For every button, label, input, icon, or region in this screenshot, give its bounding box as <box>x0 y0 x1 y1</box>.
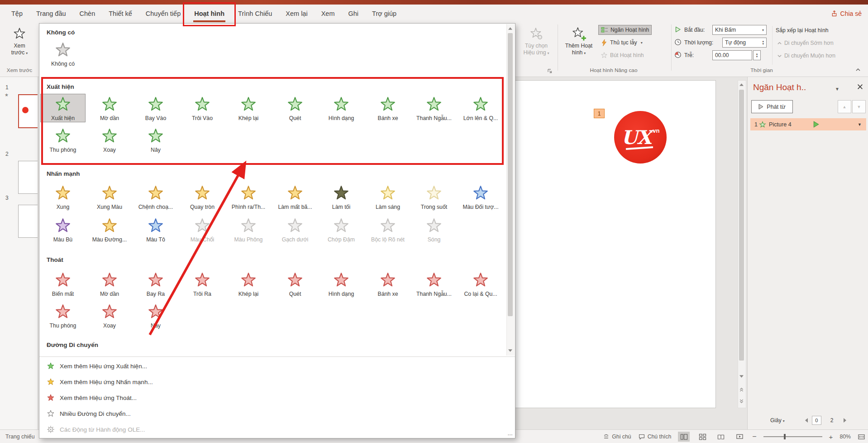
more-effects-link-1[interactable]: Xem thêm Hiệu ứng Nhấn mạnh... <box>47 375 153 389</box>
menu-tab-2[interactable]: Chèn <box>73 5 102 22</box>
effect-item-1-0-5[interactable]: Quét <box>273 94 317 122</box>
effect-item-1-0-2[interactable]: Bay Vào <box>134 94 178 122</box>
play-from-button[interactable]: Phát từ <box>751 100 793 113</box>
menu-tab-0[interactable]: Tệp <box>5 5 29 22</box>
animation-pane-button[interactable]: Ngăn Hoạt hình <box>598 25 652 35</box>
effect-item-2-0-5[interactable]: Làm mất bã... <box>273 183 317 211</box>
pane-close-icon[interactable] <box>857 84 863 90</box>
effect-item-2-1-0[interactable]: Màu Bù <box>41 216 85 243</box>
seconds-dropdown[interactable]: Giây▾ <box>770 417 785 424</box>
effect-item-2-0-8[interactable]: Trong suốt <box>412 183 456 211</box>
slide-vertical-scrollbar[interactable] <box>738 80 746 408</box>
effect-item-3-0-3[interactable]: Trôi Ra <box>180 270 224 298</box>
effect-item-1-1-1[interactable]: Xoay <box>87 126 132 154</box>
zoom-slider[interactable] <box>763 436 822 437</box>
preview-button[interactable]: Xem trước▾ <box>1 24 38 57</box>
trigger-button[interactable]: Thủ tục lẫy ▾ <box>598 38 645 48</box>
more-effects-link-3[interactable]: Nhiều Đường Di chuyển... <box>47 406 131 421</box>
delay-input[interactable]: 00.00 <box>712 50 752 60</box>
timeline-right-icon[interactable] <box>843 418 847 423</box>
gallery-scroll-down-icon[interactable] <box>507 347 514 355</box>
more-effects-link-2[interactable]: Xem thêm Hiệu ứng Thoát... <box>47 390 137 405</box>
zoom-out-button[interactable]: − <box>752 433 756 441</box>
effect-item-0-0-0[interactable]: Không có <box>41 40 85 67</box>
gallery-scroll-up-icon[interactable] <box>507 24 514 33</box>
effect-item-2-0-7[interactable]: Làm sáng <box>366 183 410 211</box>
item-dropdown-icon[interactable]: ▼ <box>858 122 862 127</box>
normal-view-button[interactable] <box>678 432 690 442</box>
effect-item-1-0-3[interactable]: Trôi Vào <box>180 94 224 122</box>
animation-indicator-star-icon[interactable]: ★ <box>5 92 9 97</box>
slideshow-view-button[interactable] <box>734 432 745 442</box>
effect-item-1-0-4[interactable]: Khép lại <box>226 94 271 122</box>
slide-thumbnail-1[interactable] <box>18 94 38 128</box>
effect-item-1-0-8[interactable]: Thanh Ngẫu... <box>412 94 456 122</box>
effect-item-1-0-7[interactable]: Bánh xe <box>366 94 410 122</box>
menu-tab-8[interactable]: Xem <box>315 5 342 22</box>
gallery-scrollbar-thumb[interactable] <box>508 33 513 316</box>
effect-item-2-0-0[interactable]: Xung <box>41 183 85 211</box>
animation-list-item[interactable]: 1 Picture 4 ▼ <box>750 118 866 130</box>
effect-item-3-0-0[interactable]: Biến mất <box>41 270 85 298</box>
slide-thumbnail-2[interactable] <box>18 161 38 194</box>
effect-item-2-0-1[interactable]: Xung Màu <box>87 183 132 211</box>
menu-tab-10[interactable]: Trợ giúp <box>365 5 403 22</box>
effect-item-3-0-8[interactable]: Thanh Ngẫu... <box>412 270 456 298</box>
previous-slide-button[interactable] <box>738 384 745 395</box>
effect-item-3-0-2[interactable]: Bay Ra <box>134 270 178 298</box>
comments-button[interactable]: Chú thích <box>638 433 672 440</box>
effect-item-3-1-0[interactable]: Thu phóng <box>41 302 85 329</box>
scroll-down-icon[interactable] <box>738 372 745 380</box>
effect-item-2-1-2[interactable]: Màu Tô <box>134 216 178 243</box>
effect-item-2-0-2[interactable]: Chệnh choạ... <box>134 183 178 211</box>
gallery-scrollbar[interactable] <box>506 24 515 356</box>
menu-tab-6[interactable]: Trình Chiếu <box>231 5 279 22</box>
dialog-launcher-icon[interactable] <box>547 68 553 74</box>
scroll-up-icon[interactable] <box>738 81 745 89</box>
slide-logo-image[interactable]: UX .vn <box>614 111 667 164</box>
effect-item-1-0-0[interactable]: Xuất hiện <box>41 94 85 122</box>
menu-tab-1[interactable]: Trang đầu <box>29 5 73 22</box>
add-animation-button[interactable]: Thêm Hoạt hình▾ <box>560 24 597 57</box>
collapse-ribbon-icon[interactable] <box>854 67 862 73</box>
more-effects-link-0[interactable]: Xem thêm Hiệu ứng Xuất hiện... <box>47 359 147 373</box>
menu-tab-7[interactable]: Xem lại <box>279 5 314 22</box>
effect-item-3-0-4[interactable]: Khép lại <box>226 270 271 298</box>
zoom-in-button[interactable]: + <box>829 433 833 441</box>
menu-tab-3[interactable]: Thiết kế <box>102 5 139 22</box>
effect-item-2-0-6[interactable]: Làm tối <box>319 183 363 211</box>
menu-tab-5[interactable]: Hoạt hình <box>187 5 231 22</box>
effect-item-3-1-1[interactable]: Xoay <box>87 302 132 329</box>
animation-number-tag[interactable]: 1 <box>594 109 605 118</box>
notes-button[interactable]: Ghi chú <box>603 433 631 440</box>
effect-item-3-0-9[interactable]: Co lại & Qu... <box>458 270 503 298</box>
slide-sorter-view-button[interactable] <box>696 432 708 442</box>
scrollbar-thumb[interactable] <box>739 90 744 361</box>
effect-item-2-0-4[interactable]: Phình ra/Th... <box>226 183 271 211</box>
start-select[interactable]: Khi Bấm ▾ <box>712 25 767 35</box>
timeline-left-icon[interactable] <box>805 418 808 423</box>
effect-item-3-0-1[interactable]: Mờ dần <box>87 270 132 298</box>
next-slide-button[interactable] <box>738 396 745 407</box>
effect-item-2-0-3[interactable]: Quay tròn <box>180 183 224 211</box>
menu-tab-9[interactable]: Ghi <box>341 5 365 22</box>
effect-item-1-1-0[interactable]: Thu phóng <box>41 126 85 154</box>
effect-item-2-0-9[interactable]: Màu Đối tượ... <box>458 183 503 211</box>
duration-spinner[interactable]: Tự động ▴▾ <box>722 38 767 48</box>
reading-view-button[interactable] <box>715 432 727 442</box>
pane-menu-caret-icon[interactable]: ▼ <box>835 87 839 91</box>
gallery-resize-grip[interactable]: ••• <box>508 433 513 436</box>
spinner-arrows-icon[interactable]: ▴▾ <box>762 40 764 45</box>
zoom-slider-knob[interactable] <box>784 434 786 439</box>
effect-item-3-0-6[interactable]: Hình dạng <box>319 270 363 298</box>
delay-spinner-icon[interactable]: ▴▾ <box>753 50 761 60</box>
menu-tab-4[interactable]: Chuyển tiếp <box>139 5 187 22</box>
effect-item-3-1-2[interactable]: Nảy <box>134 302 178 329</box>
item-play-icon[interactable] <box>813 121 819 128</box>
effect-item-3-0-5[interactable]: Quét <box>273 270 317 298</box>
effect-item-3-0-7[interactable]: Bánh xe <box>366 270 410 298</box>
effect-item-1-0-9[interactable]: Lớn lên & Q... <box>458 94 503 122</box>
zoom-level[interactable]: 80% <box>839 433 851 440</box>
effect-item-1-1-2[interactable]: Nảy <box>134 126 178 154</box>
share-button[interactable]: Chia sẻ <box>831 7 862 20</box>
